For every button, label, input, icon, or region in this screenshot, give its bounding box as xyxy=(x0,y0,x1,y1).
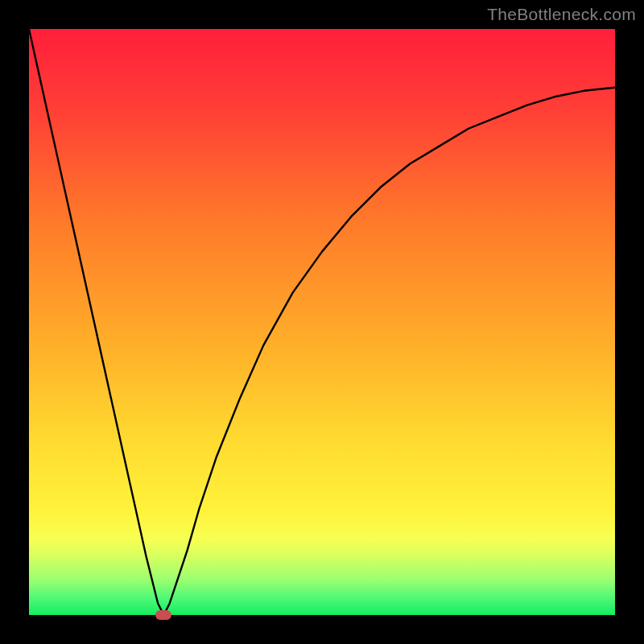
watermark-text: TheBottleneck.com xyxy=(487,5,636,24)
plot-area xyxy=(29,29,615,615)
curve-path xyxy=(29,29,615,615)
chart-frame: TheBottleneck.com xyxy=(0,0,644,644)
bottleneck-curve xyxy=(29,29,615,615)
optimal-point-marker xyxy=(155,610,171,620)
